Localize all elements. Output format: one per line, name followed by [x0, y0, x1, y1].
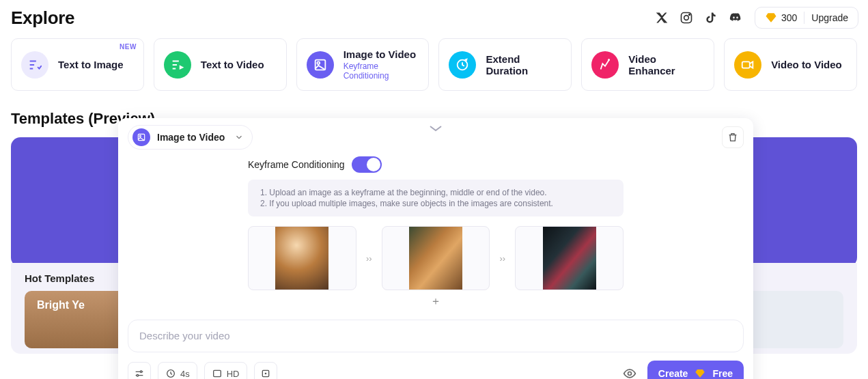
- gem-icon: [695, 368, 705, 379]
- credits-box[interactable]: 300 Upgrade: [755, 7, 858, 29]
- mode-label: Text to Video: [201, 59, 264, 70]
- text-to-image-icon: [21, 51, 48, 79]
- keyframe-conditioning-label: Keyframe Conditioning: [248, 159, 345, 170]
- mode-label: Video Enhancer: [628, 53, 704, 76]
- svg-point-9: [140, 371, 142, 373]
- svg-point-1: [684, 16, 689, 20]
- sliders-icon: [134, 368, 145, 379]
- prompt-box[interactable]: [128, 320, 744, 352]
- hint-box: Upload an image as a keyframe at the beg…: [248, 180, 624, 216]
- image-to-video-icon: [307, 51, 334, 79]
- keyframe-image: [409, 226, 462, 290]
- template-title: Bright Ye: [37, 299, 85, 311]
- collapse-handle-icon[interactable]: [428, 124, 444, 133]
- keyframe-slot-1[interactable]: [248, 226, 356, 290]
- credits-value: 300: [781, 12, 797, 23]
- keyframe-image: [543, 226, 596, 290]
- quality-value: HD: [227, 369, 240, 379]
- duration-button[interactable]: 4s: [158, 362, 197, 379]
- prompt-input[interactable]: [139, 330, 732, 341]
- tiktok-icon[interactable]: [704, 11, 718, 25]
- text-to-video-icon: [164, 51, 191, 79]
- mode-video-enhancer[interactable]: Video Enhancer: [581, 38, 714, 91]
- mode-image-to-video[interactable]: Image to Video Keyframe Conditioning: [296, 38, 430, 91]
- svg-point-14: [265, 373, 266, 374]
- delete-button[interactable]: [722, 126, 744, 148]
- keyframe-image: [275, 226, 328, 290]
- mode-extend-duration[interactable]: Extend Duration: [438, 38, 572, 91]
- svg-point-4: [317, 61, 320, 64]
- page-title: Explore: [11, 8, 74, 29]
- instagram-icon[interactable]: [680, 11, 693, 25]
- mode-sublabel: Keyframe Conditioning: [344, 61, 419, 81]
- image-icon: [132, 128, 150, 146]
- mode-label: Image to Video: [344, 48, 419, 60]
- arrow-icon: ››: [366, 253, 372, 264]
- settings-button[interactable]: [128, 362, 151, 379]
- svg-point-10: [137, 374, 139, 376]
- keyframe-toggle[interactable]: [352, 156, 382, 173]
- mode-selector-label: Image to Video: [157, 132, 225, 143]
- create-button[interactable]: Create Free: [647, 361, 744, 379]
- svg-point-8: [139, 135, 141, 137]
- gem-icon: [765, 12, 777, 24]
- create-label: Create: [658, 368, 688, 379]
- hint-line: Upload an image as a keyframe at the beg…: [260, 188, 614, 197]
- new-badge: NEW: [120, 43, 137, 51]
- mode-video-to-video[interactable]: Video to Video: [724, 38, 857, 91]
- mode-label: Video to Video: [771, 59, 842, 70]
- video-enhancer-icon: [591, 51, 619, 79]
- svg-rect-12: [213, 370, 221, 376]
- quality-button[interactable]: HD: [204, 362, 247, 379]
- aspect-icon: [260, 368, 271, 379]
- image-to-video-panel: Image to Video Keyframe Conditioning Upl…: [118, 118, 753, 379]
- divider: [804, 12, 804, 24]
- clock-icon: [165, 368, 176, 379]
- trash-icon: [727, 132, 738, 143]
- add-keyframe-button[interactable]: ＋: [430, 294, 441, 309]
- mode-label: Text to Image: [58, 59, 124, 70]
- mode-text-to-image[interactable]: NEW Text to Image: [11, 38, 144, 91]
- video-to-video-icon: [734, 51, 761, 79]
- aspect-ratio-button[interactable]: [254, 362, 277, 379]
- mode-selector[interactable]: Image to Video: [128, 125, 253, 150]
- x-twitter-icon[interactable]: [655, 11, 669, 25]
- chevron-down-icon: [234, 132, 244, 142]
- extend-duration-icon: [449, 51, 476, 79]
- svg-rect-6: [742, 61, 750, 68]
- mode-label: Extend Duration: [486, 53, 561, 76]
- discord-icon[interactable]: [729, 11, 742, 25]
- svg-point-2: [689, 14, 690, 16]
- preview-icon[interactable]: [623, 367, 636, 379]
- arrow-icon: ››: [499, 253, 505, 264]
- keyframe-slot-3[interactable]: [515, 226, 624, 290]
- svg-point-15: [628, 372, 631, 376]
- free-label: Free: [712, 368, 733, 379]
- duration-value: 4s: [180, 369, 190, 379]
- upgrade-link[interactable]: Upgrade: [811, 12, 848, 23]
- hint-line: If you upload multiple images, make sure…: [260, 199, 614, 208]
- keyframe-slot-2[interactable]: [382, 226, 490, 290]
- resolution-icon: [212, 368, 223, 379]
- mode-text-to-video[interactable]: Text to Video: [154, 38, 287, 91]
